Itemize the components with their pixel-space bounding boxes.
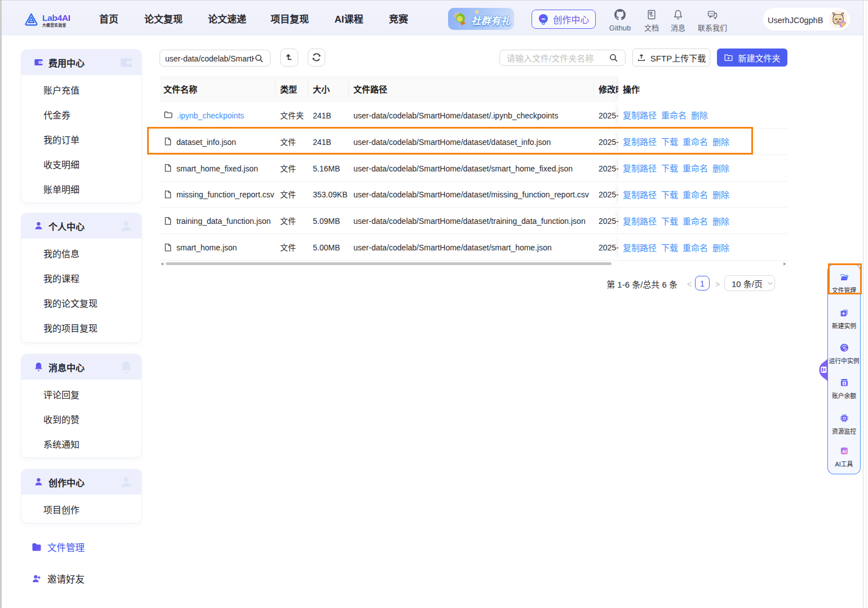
svg-text:AI: AI: [842, 449, 847, 454]
